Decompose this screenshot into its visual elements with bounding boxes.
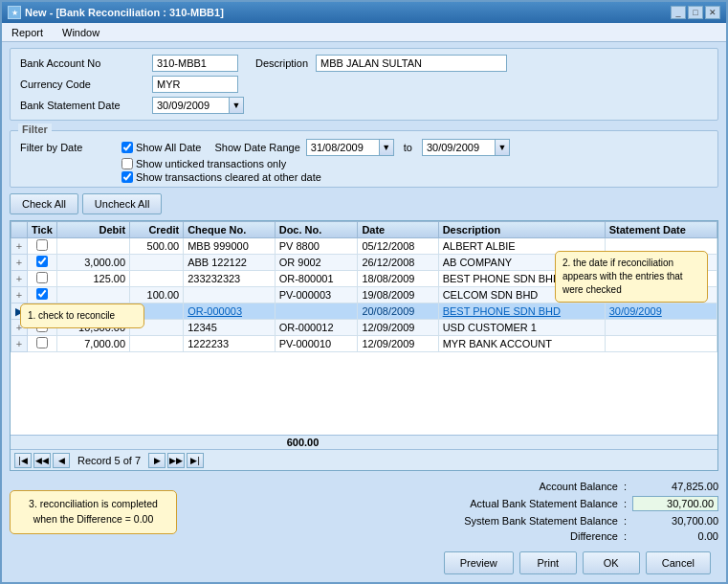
date-from-picker[interactable]: ▼ (379, 139, 394, 156)
action-buttons: Preview Print OK Cancel (185, 546, 718, 578)
nav-prev[interactable]: ◀ (53, 453, 70, 468)
cell-credit-1 (130, 255, 184, 271)
cell-debit-6: 7,000.00 (56, 336, 129, 352)
show-unticked-checkbox[interactable] (121, 158, 133, 169)
account-balance-row: Account Balance : 47,825.00 (185, 481, 718, 492)
form-section: Bank Account No Description Currency Cod… (10, 48, 718, 121)
bank-statement-date-picker[interactable]: ▼ (229, 97, 244, 114)
tick-checkbox-3[interactable] (36, 288, 48, 300)
col-header-date: Date (358, 222, 438, 238)
nav-next[interactable]: ▶ (148, 453, 165, 468)
col-header-debit: Debit (56, 222, 129, 238)
cancel-button[interactable]: Cancel (646, 551, 711, 574)
cell-debit-3 (56, 287, 129, 303)
row-check-2 (28, 271, 57, 287)
cell-date-4: 20/08/2009 (358, 303, 438, 320)
nav-prev-page[interactable]: ◀◀ (33, 453, 51, 468)
currency-code-input[interactable] (152, 76, 238, 93)
debit-total (55, 437, 255, 448)
maximize-button[interactable]: □ (688, 6, 703, 19)
nav-last[interactable]: ▶| (187, 453, 204, 468)
nav-next-page[interactable]: ▶▶ (167, 453, 185, 468)
tick-checkbox-1[interactable] (36, 256, 48, 267)
record-indicator: Record 5 of 7 (77, 455, 141, 466)
content-area: Bank Account No Description Currency Cod… (2, 42, 726, 477)
date-from-input[interactable] (306, 139, 379, 156)
cell-doc-5: OR-000012 (275, 320, 358, 336)
nav-first[interactable]: |◀ (14, 453, 32, 468)
uncheck-all-button[interactable]: Uncheck All (82, 193, 162, 214)
col-header-tick (11, 222, 28, 238)
callout-3: 3. reconciliation is completed when the … (10, 490, 177, 534)
difference-row: Difference : 0.00 (185, 530, 718, 542)
cell-credit-2 (130, 271, 184, 287)
cell-cheque-3 (184, 287, 276, 303)
col-header-cheque: Cheque No. (184, 222, 276, 238)
show-cleared-checkbox[interactable] (121, 171, 133, 183)
bottom-area: 3. reconciliation is completed when the … (2, 477, 726, 582)
show-all-date-label: Show All Date (136, 142, 201, 153)
bank-statement-date-input[interactable] (152, 97, 229, 114)
cell-cheque-4: OR-000003 (184, 303, 276, 320)
tick-checkbox-0[interactable] (36, 239, 48, 251)
balance-area: Account Balance : 47,825.00 Actual Bank … (185, 481, 718, 578)
actual-bank-input[interactable] (632, 496, 718, 511)
row-expand-6[interactable]: + (11, 336, 28, 352)
cell-desc-4: BEST PHONE SDN BHD (438, 303, 605, 320)
bank-account-input[interactable] (152, 55, 238, 72)
cell-date-0: 05/12/2008 (358, 238, 438, 255)
menu-report[interactable]: Report (8, 26, 47, 39)
cheque-link-4[interactable]: OR-000003 (188, 305, 242, 317)
row-expand-3[interactable]: + (11, 287, 28, 303)
cell-date-2: 18/08/2009 (358, 271, 438, 287)
tick-checkbox-2[interactable] (36, 272, 48, 283)
row-check-6 (28, 336, 57, 352)
description-input[interactable] (316, 55, 507, 72)
actual-bank-row: Actual Bank Statement Balance : (185, 496, 718, 511)
currency-code-label: Currency Code (20, 79, 144, 90)
cell-debit-1: 3,000.00 (56, 255, 129, 271)
cell-debit-0 (56, 238, 129, 255)
check-row: Check All Uncheck All (10, 191, 718, 216)
account-balance-value: 47,825.00 (632, 481, 718, 492)
cell-cheque-6: 1222233 (184, 336, 276, 352)
desc-link-4[interactable]: BEST PHONE SDN BHD (443, 305, 561, 317)
stmt-date-link-4[interactable]: 30/09/2009 (609, 305, 662, 317)
filter-section: Filter Filter by Date Show All Date Show… (10, 130, 718, 188)
row-expand-1[interactable]: + (11, 255, 28, 271)
check-all-button[interactable]: Check All (10, 193, 78, 214)
print-button[interactable]: Print (519, 551, 577, 574)
row-check-0 (28, 238, 57, 255)
cell-doc-1: OR 9002 (275, 255, 358, 271)
menu-window[interactable]: Window (58, 26, 103, 39)
tick-checkbox-6[interactable] (36, 337, 48, 348)
cell-credit-3: 100.00 (130, 287, 184, 303)
cell-date-6: 12/09/2009 (358, 336, 438, 352)
difference-label: Difference (408, 530, 618, 542)
cell-doc-3: PV-000003 (275, 287, 358, 303)
actual-bank-label: Actual Bank Statement Balance (408, 498, 618, 509)
nav-bar: |◀ ◀◀ ◀ Record 5 of 7 ▶ ▶▶ ▶| (11, 449, 717, 470)
show-all-date-checkbox[interactable] (121, 142, 133, 153)
row-expand-0[interactable]: + (11, 238, 28, 255)
cell-cheque-0: MBB 999000 (184, 238, 276, 255)
main-window: ★ New - [Bank Reconciliation : 310-MBB1]… (0, 0, 728, 584)
bank-account-label: Bank Account No (20, 57, 144, 69)
ok-button[interactable]: OK (583, 551, 640, 574)
minimize-button[interactable]: _ (671, 6, 686, 19)
difference-value: 0.00 (632, 530, 718, 542)
bank-statement-date-label: Bank Statement Date (20, 100, 144, 111)
row-check-1 (28, 255, 57, 271)
row-expand-2[interactable]: + (11, 271, 28, 287)
date-to-picker[interactable]: ▼ (495, 139, 510, 156)
cell-cheque-1: ABB 122122 (184, 255, 276, 271)
date-to-input[interactable] (422, 139, 495, 156)
cell-desc-6: MYR BANK ACCOUNT (438, 336, 605, 352)
preview-button[interactable]: Preview (444, 551, 514, 574)
cell-stmt-date-6 (605, 336, 717, 352)
col-header-credit: Credit (130, 222, 184, 238)
close-button[interactable]: ✕ (705, 6, 720, 19)
credit-total: 600.00 (255, 437, 322, 448)
col-header-desc: Description (438, 222, 605, 238)
cell-date-3: 19/08/2009 (358, 287, 438, 303)
